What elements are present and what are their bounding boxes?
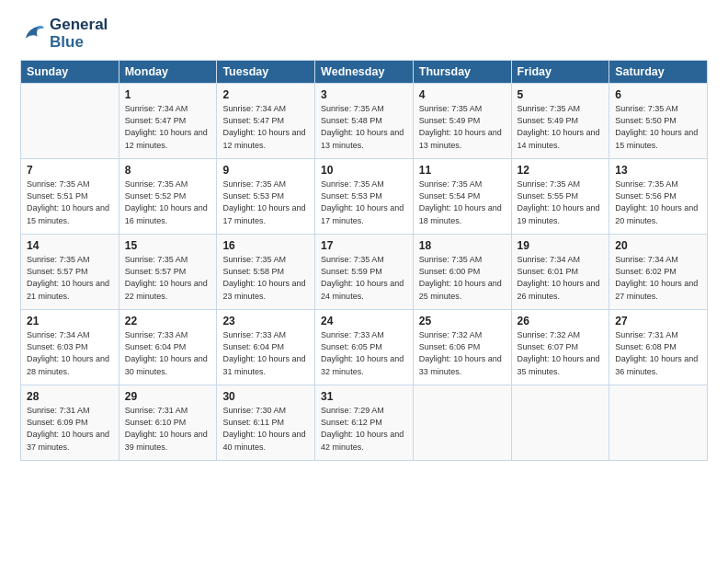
day-number: 27 bbox=[615, 315, 701, 327]
day-number: 13 bbox=[615, 164, 701, 177]
day-number: 18 bbox=[419, 239, 506, 252]
calendar-cell: 11Sunrise: 7:35 AMSunset: 5:54 PMDayligh… bbox=[413, 159, 511, 235]
calendar-cell: 7Sunrise: 7:35 AMSunset: 5:51 PMDaylight… bbox=[21, 159, 119, 235]
day-info: Sunrise: 7:34 AMSunset: 5:47 PMDaylight:… bbox=[125, 103, 211, 151]
day-info: Sunrise: 7:35 AMSunset: 5:48 PMDaylight:… bbox=[321, 103, 407, 151]
week-row-2: 7Sunrise: 7:35 AMSunset: 5:51 PMDaylight… bbox=[21, 159, 708, 235]
header: General Blue bbox=[20, 17, 708, 51]
calendar-cell: 31Sunrise: 7:29 AMSunset: 6:12 PMDayligh… bbox=[315, 385, 414, 461]
calendar-cell: 21Sunrise: 7:34 AMSunset: 6:03 PMDayligh… bbox=[21, 310, 119, 385]
day-info: Sunrise: 7:35 AMSunset: 5:53 PMDaylight:… bbox=[321, 178, 407, 226]
calendar-cell: 20Sunrise: 7:34 AMSunset: 6:02 PMDayligh… bbox=[609, 235, 708, 310]
calendar-cell: 23Sunrise: 7:33 AMSunset: 6:04 PMDayligh… bbox=[217, 310, 315, 385]
day-info: Sunrise: 7:31 AMSunset: 6:10 PMDaylight:… bbox=[125, 405, 211, 453]
day-info: Sunrise: 7:35 AMSunset: 5:51 PMDaylight:… bbox=[27, 178, 113, 226]
logo-bird-icon bbox=[20, 21, 46, 47]
week-row-5: 28Sunrise: 7:31 AMSunset: 6:09 PMDayligh… bbox=[21, 385, 708, 461]
calendar-table: SundayMondayTuesdayWednesdayThursdayFrid… bbox=[20, 60, 708, 461]
day-number: 1 bbox=[125, 88, 211, 101]
logo-text: General Blue bbox=[50, 17, 108, 51]
day-info: Sunrise: 7:32 AMSunset: 6:06 PMDaylight:… bbox=[419, 329, 506, 377]
day-info: Sunrise: 7:35 AMSunset: 5:54 PMDaylight:… bbox=[419, 178, 506, 226]
day-info: Sunrise: 7:35 AMSunset: 5:56 PMDaylight:… bbox=[615, 178, 701, 226]
day-number: 11 bbox=[419, 164, 506, 177]
header-day-saturday: Saturday bbox=[609, 61, 708, 84]
calendar-cell bbox=[609, 385, 708, 461]
calendar-cell: 13Sunrise: 7:35 AMSunset: 5:56 PMDayligh… bbox=[609, 159, 708, 235]
calendar-cell: 14Sunrise: 7:35 AMSunset: 5:57 PMDayligh… bbox=[21, 235, 119, 310]
day-number: 10 bbox=[321, 164, 407, 177]
header-day-thursday: Thursday bbox=[413, 61, 511, 84]
day-info: Sunrise: 7:34 AMSunset: 6:02 PMDaylight:… bbox=[615, 254, 701, 302]
calendar-cell: 12Sunrise: 7:35 AMSunset: 5:55 PMDayligh… bbox=[511, 159, 609, 235]
day-info: Sunrise: 7:33 AMSunset: 6:05 PMDaylight:… bbox=[321, 329, 407, 377]
header-day-tuesday: Tuesday bbox=[217, 61, 315, 84]
header-day-friday: Friday bbox=[511, 61, 609, 84]
calendar-cell: 25Sunrise: 7:32 AMSunset: 6:06 PMDayligh… bbox=[413, 310, 511, 385]
header-day-wednesday: Wednesday bbox=[315, 61, 414, 84]
day-number: 15 bbox=[125, 239, 211, 252]
day-info: Sunrise: 7:33 AMSunset: 6:04 PMDaylight:… bbox=[125, 329, 211, 377]
day-number: 21 bbox=[27, 315, 113, 327]
week-row-1: 1Sunrise: 7:34 AMSunset: 5:47 PMDaylight… bbox=[21, 84, 708, 159]
calendar-cell: 10Sunrise: 7:35 AMSunset: 5:53 PMDayligh… bbox=[315, 159, 414, 235]
day-number: 17 bbox=[321, 239, 407, 252]
day-info: Sunrise: 7:35 AMSunset: 6:00 PMDaylight:… bbox=[419, 254, 506, 302]
day-number: 9 bbox=[222, 164, 309, 177]
calendar-cell bbox=[21, 84, 119, 159]
day-number: 12 bbox=[518, 164, 604, 177]
calendar-cell: 9Sunrise: 7:35 AMSunset: 5:53 PMDaylight… bbox=[217, 159, 315, 235]
day-info: Sunrise: 7:35 AMSunset: 5:53 PMDaylight:… bbox=[222, 178, 309, 226]
calendar-cell: 26Sunrise: 7:32 AMSunset: 6:07 PMDayligh… bbox=[511, 310, 609, 385]
calendar-cell: 15Sunrise: 7:35 AMSunset: 5:57 PMDayligh… bbox=[119, 235, 217, 310]
day-number: 3 bbox=[321, 88, 407, 101]
calendar-cell: 4Sunrise: 7:35 AMSunset: 5:49 PMDaylight… bbox=[413, 84, 511, 159]
calendar-cell: 3Sunrise: 7:35 AMSunset: 5:48 PMDaylight… bbox=[315, 84, 414, 159]
calendar-cell: 24Sunrise: 7:33 AMSunset: 6:05 PMDayligh… bbox=[315, 310, 414, 385]
day-info: Sunrise: 7:30 AMSunset: 6:11 PMDaylight:… bbox=[222, 405, 309, 453]
day-info: Sunrise: 7:35 AMSunset: 5:59 PMDaylight:… bbox=[321, 254, 407, 302]
day-info: Sunrise: 7:32 AMSunset: 6:07 PMDaylight:… bbox=[518, 329, 604, 377]
page: General Blue SundayMondayTuesdayWednesda… bbox=[0, 0, 728, 474]
day-info: Sunrise: 7:34 AMSunset: 6:01 PMDaylight:… bbox=[518, 254, 604, 302]
calendar-cell: 30Sunrise: 7:30 AMSunset: 6:11 PMDayligh… bbox=[217, 385, 315, 461]
calendar-cell: 17Sunrise: 7:35 AMSunset: 5:59 PMDayligh… bbox=[315, 235, 414, 310]
calendar-cell: 22Sunrise: 7:33 AMSunset: 6:04 PMDayligh… bbox=[119, 310, 217, 385]
header-row: SundayMondayTuesdayWednesdayThursdayFrid… bbox=[21, 61, 708, 84]
calendar-cell: 27Sunrise: 7:31 AMSunset: 6:08 PMDayligh… bbox=[609, 310, 708, 385]
day-number: 19 bbox=[518, 239, 604, 252]
day-info: Sunrise: 7:35 AMSunset: 5:52 PMDaylight:… bbox=[125, 178, 211, 226]
day-number: 29 bbox=[125, 390, 211, 403]
day-info: Sunrise: 7:34 AMSunset: 6:03 PMDaylight:… bbox=[27, 329, 113, 377]
day-number: 23 bbox=[222, 315, 309, 327]
calendar-cell: 19Sunrise: 7:34 AMSunset: 6:01 PMDayligh… bbox=[511, 235, 609, 310]
day-number: 26 bbox=[518, 315, 604, 327]
calendar-cell: 6Sunrise: 7:35 AMSunset: 5:50 PMDaylight… bbox=[609, 84, 708, 159]
calendar-cell bbox=[413, 385, 511, 461]
calendar-cell: 18Sunrise: 7:35 AMSunset: 6:00 PMDayligh… bbox=[413, 235, 511, 310]
day-info: Sunrise: 7:31 AMSunset: 6:08 PMDaylight:… bbox=[615, 329, 701, 377]
day-number: 6 bbox=[615, 88, 701, 101]
day-number: 30 bbox=[222, 390, 309, 403]
day-info: Sunrise: 7:34 AMSunset: 5:47 PMDaylight:… bbox=[222, 103, 309, 151]
header-day-monday: Monday bbox=[119, 61, 217, 84]
day-info: Sunrise: 7:35 AMSunset: 5:55 PMDaylight:… bbox=[518, 178, 604, 226]
calendar-cell: 2Sunrise: 7:34 AMSunset: 5:47 PMDaylight… bbox=[217, 84, 315, 159]
day-info: Sunrise: 7:29 AMSunset: 6:12 PMDaylight:… bbox=[321, 405, 407, 453]
day-number: 5 bbox=[518, 88, 604, 101]
day-info: Sunrise: 7:35 AMSunset: 5:49 PMDaylight:… bbox=[419, 103, 506, 151]
day-number: 31 bbox=[321, 390, 407, 403]
calendar-cell bbox=[511, 385, 609, 461]
calendar-cell: 16Sunrise: 7:35 AMSunset: 5:58 PMDayligh… bbox=[217, 235, 315, 310]
day-info: Sunrise: 7:33 AMSunset: 6:04 PMDaylight:… bbox=[222, 329, 309, 377]
day-info: Sunrise: 7:35 AMSunset: 5:50 PMDaylight:… bbox=[615, 103, 701, 151]
day-number: 24 bbox=[321, 315, 407, 327]
day-number: 22 bbox=[125, 315, 211, 327]
calendar-cell: 29Sunrise: 7:31 AMSunset: 6:10 PMDayligh… bbox=[119, 385, 217, 461]
day-number: 2 bbox=[222, 88, 309, 101]
header-day-sunday: Sunday bbox=[21, 61, 119, 84]
day-number: 7 bbox=[27, 164, 113, 177]
calendar-cell: 28Sunrise: 7:31 AMSunset: 6:09 PMDayligh… bbox=[21, 385, 119, 461]
day-number: 4 bbox=[419, 88, 506, 101]
day-number: 8 bbox=[125, 164, 211, 177]
